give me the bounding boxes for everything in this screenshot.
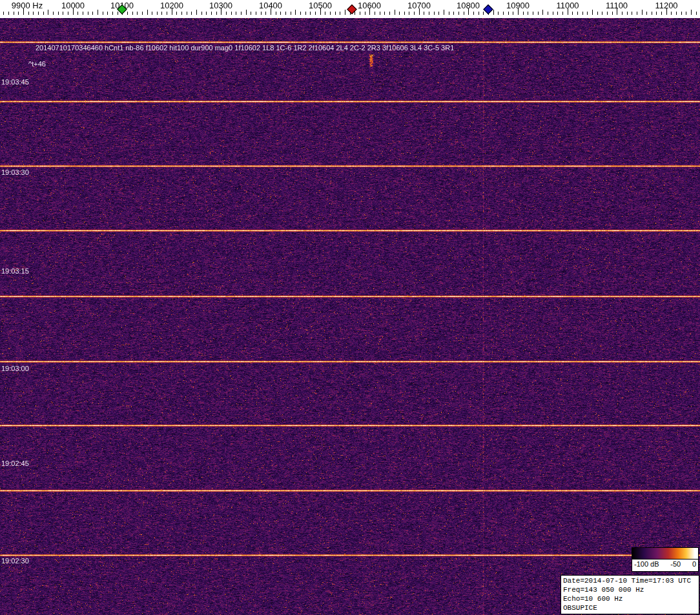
freq-tick [315, 12, 316, 15]
freq-tick [103, 12, 103, 15]
freq-tick [3, 12, 4, 15]
freq-tick [389, 12, 390, 15]
freq-tick [453, 12, 454, 15]
freq-tick [612, 12, 613, 15]
freq-tick [483, 12, 484, 15]
freq-tick [261, 12, 262, 15]
info-box: Date=2014-07-10 Time=17:03 UTC Freq=143 … [561, 575, 699, 614]
freq-tick [528, 12, 528, 15]
cursor-annotation: ^t+46 [28, 60, 46, 68]
freq-tick [533, 12, 533, 15]
time-label: 19:02:30 [1, 557, 29, 565]
freq-tick [503, 12, 504, 15]
freq-tick [68, 12, 68, 15]
freq-tick [92, 12, 93, 15]
freq-tick [300, 12, 301, 15]
freq-tick [127, 12, 128, 15]
freq-tick [305, 12, 306, 15]
freq-tick [404, 12, 405, 15]
freq-tick [553, 12, 553, 15]
freq-tick [48, 10, 48, 15]
freq-tick [632, 12, 632, 15]
freq-tick [201, 12, 202, 15]
freq-tick [241, 12, 242, 15]
freq-tick [646, 12, 647, 15]
freq-tick [395, 10, 395, 15]
freq-tick [172, 8, 172, 15]
freq-tick [419, 8, 420, 15]
freq-tick-label: 9900 Hz [12, 1, 43, 10]
freq-tick [384, 12, 385, 15]
freq-tick [493, 10, 494, 15]
freq-tick [449, 12, 449, 15]
freq-tick [637, 12, 637, 15]
freq-tick [147, 10, 148, 15]
freq-tick [256, 12, 256, 15]
freq-tick [345, 10, 345, 15]
freq-tick [473, 12, 474, 15]
freq-tick [458, 12, 459, 15]
freq-tick [142, 12, 143, 15]
freq-tick [652, 12, 652, 15]
freq-tick [221, 8, 221, 15]
freq-tick [369, 8, 370, 15]
freq-tick [434, 12, 435, 15]
time-label: 19:03:15 [1, 267, 29, 275]
freq-tick [479, 12, 479, 15]
colorbar-label-mid: -50 [670, 560, 681, 568]
freq-tick [132, 12, 133, 15]
freq-tick [340, 12, 340, 15]
freq-tick [365, 12, 365, 15]
time-label: 19:03:30 [1, 168, 29, 176]
freq-tick [167, 12, 167, 15]
freq-tick [33, 12, 34, 15]
freq-tick [355, 12, 355, 15]
freq-tick [577, 12, 578, 15]
freq-tick [291, 12, 291, 15]
freq-tick [58, 12, 59, 15]
freq-tick [112, 12, 113, 15]
freq-tick [191, 12, 192, 15]
freq-tick [656, 12, 657, 15]
freq-tick [562, 12, 563, 15]
freq-tick [176, 12, 177, 15]
freq-tick [246, 10, 247, 15]
freq-tick [582, 12, 583, 15]
freq-tick [28, 12, 29, 15]
freq-tick [691, 10, 692, 15]
freq-tick [513, 12, 513, 15]
freq-tick [187, 12, 187, 15]
freq-tick [661, 12, 662, 15]
info-line-echo: Echo=10 600 Hz [563, 594, 697, 603]
freq-tick [325, 12, 325, 15]
freq-tick [265, 12, 266, 15]
freq-tick [181, 12, 182, 15]
red-diamond-marker [347, 5, 358, 15]
freq-tick [676, 12, 677, 15]
freq-tick [285, 12, 286, 15]
freq-tick [424, 12, 424, 15]
freq-tick [607, 12, 608, 15]
frequency-axis: 9900 Hz 10000 10100 10200 10300 10400 10… [0, 0, 700, 18]
freq-tick [14, 12, 14, 15]
freq-tick [330, 12, 331, 15]
freq-tick [696, 12, 697, 15]
freq-tick [157, 12, 158, 15]
time-label: 19:03:00 [1, 365, 29, 372]
freq-tick [557, 12, 558, 15]
freq-tick [118, 12, 118, 15]
freq-tick [271, 8, 271, 15]
freq-tick [409, 12, 409, 15]
freq-tick [429, 12, 429, 15]
info-line-date: Date=2014-07-10 Time=17:03 UTC [563, 576, 697, 585]
freq-tick [548, 12, 548, 15]
freq-tick [280, 12, 281, 15]
colorbar-label-min: -100 dB [634, 560, 659, 568]
freq-tick [18, 12, 19, 15]
freq-tick [617, 8, 617, 15]
freq-tick [498, 12, 499, 15]
freq-tick [73, 8, 74, 15]
freq-tick [602, 12, 602, 15]
freq-tick [43, 12, 44, 15]
freq-tick [444, 10, 444, 15]
